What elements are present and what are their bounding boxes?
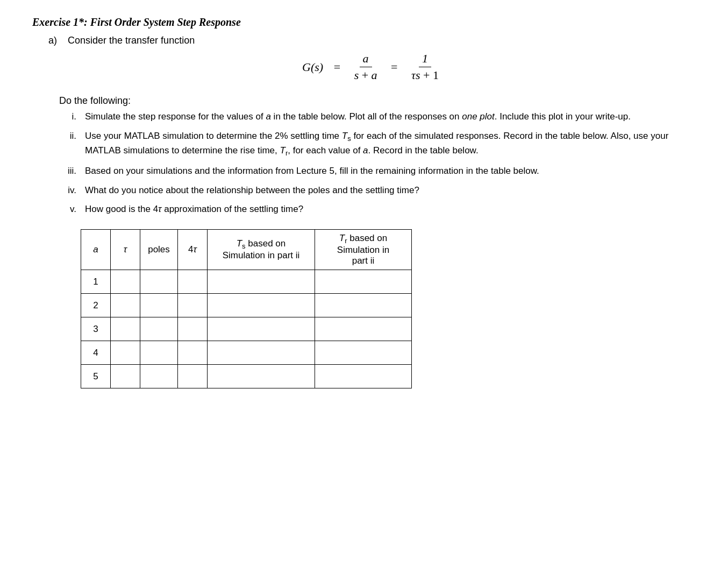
cell-tau-1 [111,270,140,294]
col-header-ts: Ts based onSimulation in part ii [208,229,315,270]
col-header-tr: Tr based onSimulation inpart ii [315,229,412,270]
item-i-label: i. [59,110,76,124]
cell-ts-1 [208,270,315,294]
col-header-4tau: 4τ [178,229,208,270]
table-row: 5 [81,365,412,388]
cell-ts-4 [208,341,315,365]
cell-tau-3 [111,317,140,341]
exercise-items: i. Simulate the step response for the va… [59,110,696,216]
cell-tr-5 [315,365,412,388]
cell-a-4: 4 [81,341,111,365]
item-ii-label: ii. [59,129,76,159]
table-row: 4 [81,341,412,365]
cell-a-1: 1 [81,270,111,294]
cell-a-3: 3 [81,317,111,341]
cell-4tau-1 [178,270,208,294]
item-iii: iii. Based on your simulations and the i… [59,164,696,178]
data-table-wrapper: a τ poles 4τ Ts based onSimulation in pa… [81,229,696,388]
cell-poles-1 [140,270,178,294]
table-row: 1 [81,270,412,294]
col-header-poles: poles [140,229,178,270]
item-v-content: How good is the 4τ approximation of the … [85,202,696,216]
page-title: Exercise 1*: First Order System Step Res… [32,16,696,29]
cell-ts-3 [208,317,315,341]
item-iii-content: Based on your simulations and the inform… [85,164,696,178]
cell-tr-2 [315,294,412,317]
cell-tr-4 [315,341,412,365]
cell-4tau-5 [178,365,208,388]
item-ii-content: Use your MATLAB simulation to determine … [85,129,696,159]
item-v-label: v. [59,202,76,216]
item-iv: iv. What do you notice about the relatio… [59,183,696,197]
section-a-label: a) [48,35,57,46]
cell-a-2: 2 [81,294,111,317]
item-iv-label: iv. [59,183,76,197]
item-i-content: Simulate the step response for the value… [85,110,696,124]
cell-tau-4 [111,341,140,365]
cell-poles-5 [140,365,178,388]
cell-tau-2 [111,294,140,317]
item-ii: ii. Use your MATLAB simulation to determ… [59,129,696,159]
cell-a-5: 5 [81,365,111,388]
cell-tau-5 [111,365,140,388]
cell-4tau-3 [178,317,208,341]
consider-text: Consider the transfer function [68,35,195,46]
cell-4tau-2 [178,294,208,317]
item-iii-label: iii. [59,164,76,178]
cell-ts-2 [208,294,315,317]
col-header-tau: τ [111,229,140,270]
do-following-text: Do the following: [59,95,696,107]
cell-poles-2 [140,294,178,317]
cell-poles-4 [140,341,178,365]
transfer-function-formula: G(s) = a s + a = 1 τs + 1 [48,52,696,82]
data-table: a τ poles 4τ Ts based onSimulation in pa… [81,229,412,388]
table-row: 3 [81,317,412,341]
col-header-a: a [81,229,111,270]
cell-poles-3 [140,317,178,341]
table-row: 2 [81,294,412,317]
item-v: v. How good is the 4τ approximation of t… [59,202,696,216]
cell-ts-5 [208,365,315,388]
cell-tr-3 [315,317,412,341]
item-iv-content: What do you notice about the relationshi… [85,183,696,197]
item-i: i. Simulate the step response for the va… [59,110,696,124]
cell-4tau-4 [178,341,208,365]
cell-tr-1 [315,270,412,294]
